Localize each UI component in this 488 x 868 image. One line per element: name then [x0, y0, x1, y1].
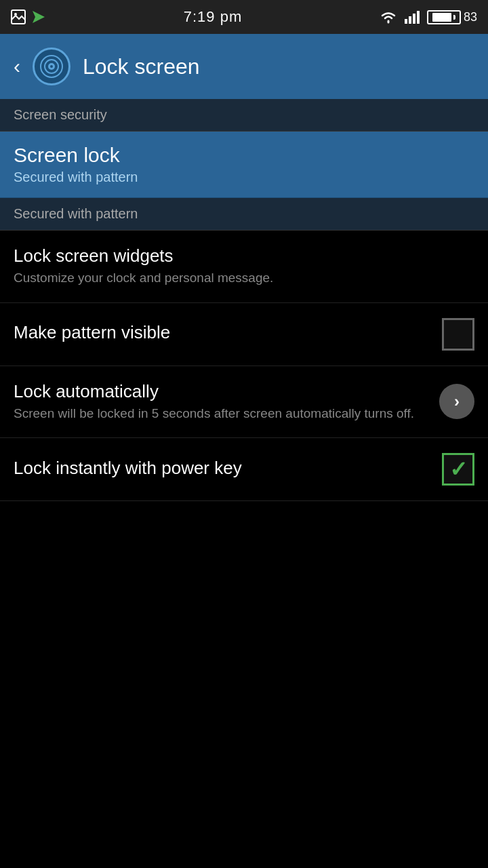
status-bar-time: 7:19 pm — [184, 8, 243, 26]
screen-lock-subtitle: Secured with pattern — [14, 170, 474, 185]
lock-screen-widgets-title: Lock screen widgets — [14, 245, 461, 267]
make-pattern-visible-content: Make pattern visible — [14, 322, 442, 346]
lock-screen-widgets-subtitle: Customize your clock and personal messag… — [14, 269, 461, 288]
lock-automatically-chevron[interactable]: › — [439, 384, 474, 419]
page-header: ‹ Lock screen — [0, 34, 488, 99]
image-icon — [11, 9, 26, 24]
svg-marker-2 — [33, 11, 45, 23]
page-title: Lock screen — [83, 54, 200, 79]
lock-screen-gear-icon — [40, 55, 63, 78]
lock-instantly-content: Lock instantly with power key — [14, 458, 442, 481]
lock-automatically-item[interactable]: Lock automatically Screen will be locked… — [0, 366, 488, 439]
make-pattern-visible-checkbox[interactable] — [442, 318, 474, 351]
make-pattern-visible-item[interactable]: Make pattern visible — [0, 303, 488, 366]
lock-automatically-subtitle: Screen will be locked in 5 seconds after… — [14, 405, 426, 423]
lock-screen-widgets-content: Lock screen widgets Customize your clock… — [14, 245, 474, 288]
svg-rect-3 — [405, 19, 407, 24]
sub-section-label: Secured with pattern — [14, 206, 138, 221]
back-button[interactable]: ‹ — [14, 55, 20, 78]
battery-percent: 83 — [464, 10, 477, 24]
lock-automatically-content: Lock automatically Screen will be locked… — [14, 381, 439, 423]
make-pattern-visible-title: Make pattern visible — [14, 322, 428, 343]
status-bar: 7:19 pm 83 — [0, 0, 488, 34]
lock-automatically-title: Lock automatically — [14, 381, 426, 402]
chevron-right-icon: › — [454, 392, 460, 411]
svg-rect-4 — [409, 16, 411, 24]
lock-screen-widgets-item[interactable]: Lock screen widgets Customize your clock… — [0, 231, 488, 303]
screen-lock-title: Screen lock — [14, 144, 474, 167]
wifi-icon — [380, 9, 397, 24]
lock-instantly-power-key-item[interactable]: Lock instantly with power key ✓ — [0, 438, 488, 501]
section-header-security: Screen security — [0, 99, 488, 132]
svg-rect-6 — [417, 11, 420, 24]
status-bar-left — [11, 9, 46, 24]
lock-instantly-title: Lock instantly with power key — [14, 458, 428, 479]
screen-lock-item[interactable]: Screen lock Secured with pattern — [0, 132, 488, 198]
checkmark-icon: ✓ — [449, 458, 468, 480]
signal-icon — [404, 9, 420, 24]
section-header-label: Screen security — [14, 107, 107, 122]
svg-rect-5 — [413, 14, 415, 24]
sub-section-header: Secured with pattern — [0, 198, 488, 231]
status-bar-right: 83 — [380, 9, 477, 24]
svg-point-10 — [50, 65, 53, 68]
lock-instantly-checkbox[interactable]: ✓ — [442, 453, 474, 486]
header-icon — [33, 47, 70, 85]
navigation-icon — [31, 9, 46, 24]
battery-indicator: 83 — [427, 10, 477, 24]
